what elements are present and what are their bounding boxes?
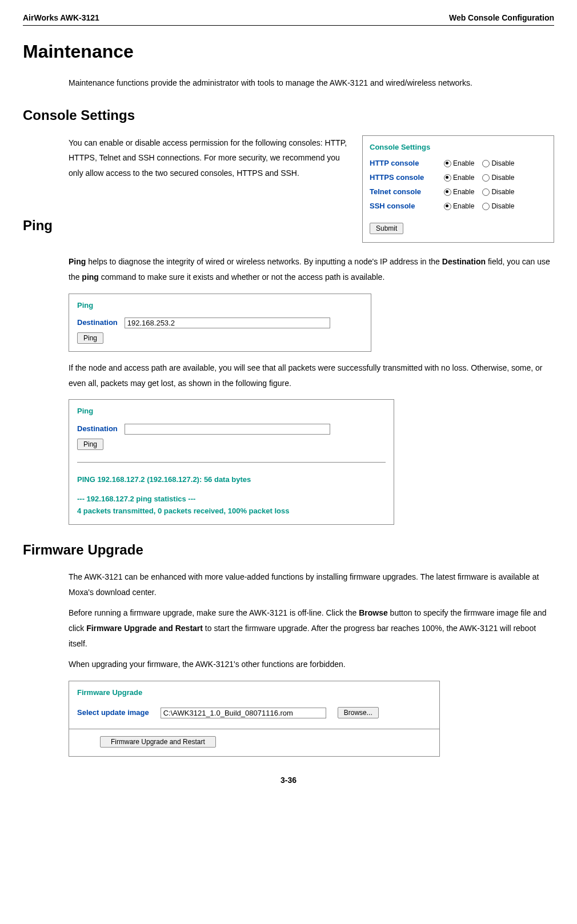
upgrade-restart-button[interactable]: Firmware Upgrade and Restart [100,736,216,748]
ping-panel-1: Ping Destination Ping [69,294,371,352]
console-label: Telnet console [370,186,444,198]
console-settings-title: Console Settings [370,142,547,154]
fw-text-1: The AWK-3121 can be enhanced with more v… [69,569,554,600]
console-row-telnet: Telnet console Enable Disable [370,186,547,198]
page-number: 3-36 [23,774,554,786]
console-row-https: HTTPS console Enable Disable [370,172,547,184]
fw-text-2: Before running a firmware upgrade, make … [69,605,554,651]
ping-panel-2: Ping Destination Ping PING 192.168.127.2… [69,399,394,525]
console-label: HTTP console [370,158,444,170]
console-settings-panel: Console Settings HTTP console Enable Dis… [362,135,554,243]
ping-button[interactable]: Ping [77,332,103,344]
console-row-ssh: SSH console Enable Disable [370,200,547,212]
radio-disable[interactable]: Disable [482,201,514,212]
ping-panel-title: Ping [77,405,386,417]
select-image-label: Select update image [77,707,149,719]
intro-text: Maintenance functions provide the admini… [69,75,554,91]
console-label: SSH console [370,200,444,212]
ping-text-2: If the node and access path are availabl… [69,360,554,391]
fw-panel-title: Firmware Upgrade [77,687,431,699]
browse-button[interactable]: Browse... [338,707,379,718]
console-row-http: HTTP console Enable Disable [370,158,547,170]
console-settings-heading: Console Settings [23,105,554,126]
header-right: Web Console Configuration [449,11,554,24]
submit-button[interactable]: Submit [370,223,403,234]
destination-input[interactable] [125,318,330,328]
ping-output-line: --- 192.168.127.2 ping statistics --- [77,493,386,505]
ping-output-line: 4 packets transmitted, 0 packets receive… [77,505,386,517]
image-path-input[interactable] [161,708,326,718]
radio-disable[interactable]: Disable [482,172,514,183]
destination-label: Destination [77,317,118,329]
ping-button[interactable]: Ping [77,439,103,450]
fw-text-3: When upgrading your firmware, the AWK-31… [69,657,554,672]
console-label: HTTPS console [370,172,444,184]
firmware-upgrade-heading: Firmware Upgrade [23,539,554,561]
ping-output: PING 192.168.127.2 (192.168.127.2): 56 d… [77,462,386,517]
destination-label: Destination [77,423,118,435]
ping-text-1: Ping helps to diagnose the integrity of … [69,254,554,284]
firmware-upgrade-panel: Firmware Upgrade Select update image Bro… [69,681,440,757]
radio-enable[interactable]: Enable [444,201,474,212]
destination-input[interactable] [125,424,330,435]
ping-panel-title: Ping [77,300,363,312]
page-title: Maintenance [23,37,554,66]
radio-enable[interactable]: Enable [444,172,474,183]
radio-enable[interactable]: Enable [444,158,474,169]
radio-enable[interactable]: Enable [444,187,474,198]
header-left: AirWorks AWK-3121 [23,11,99,24]
ping-output-line: PING 192.168.127.2 (192.168.127.2): 56 d… [77,474,386,486]
radio-disable[interactable]: Disable [482,158,514,169]
radio-disable[interactable]: Disable [482,187,514,198]
